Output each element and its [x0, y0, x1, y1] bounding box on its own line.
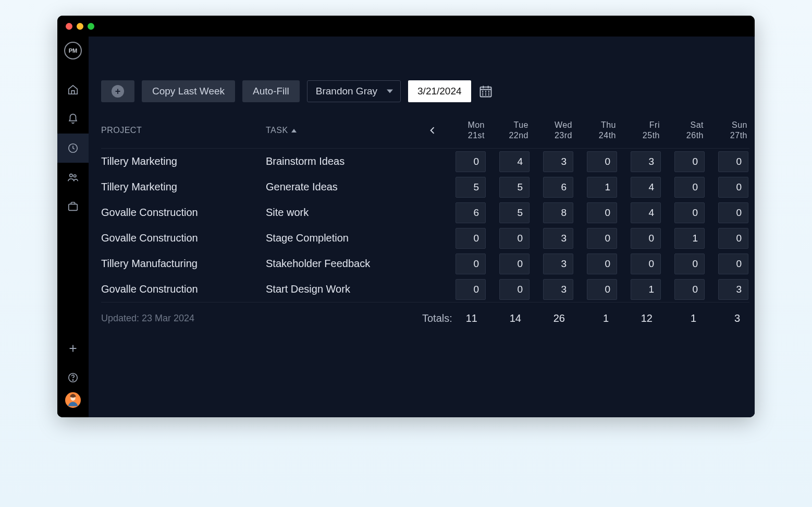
updated-timestamp: Updated: 23 Mar 2024: [101, 313, 266, 324]
day-header: Sat 26th: [662, 120, 706, 141]
hour-input[interactable]: [718, 279, 748, 300]
calendar-picker-button[interactable]: [478, 84, 493, 99]
avatar-icon: [66, 393, 80, 407]
cell-project: Tillery Marketing: [101, 155, 266, 167]
previous-week-button[interactable]: [422, 125, 443, 136]
timesheet-row: Govalle ConstructionStage Completion: [101, 225, 749, 251]
nav-add[interactable]: [57, 334, 89, 363]
hour-input[interactable]: [456, 279, 486, 300]
day-header: Mon 21st: [443, 120, 487, 141]
nav-team[interactable]: [57, 163, 89, 192]
day-header: Tue 22nd: [487, 120, 531, 141]
hour-input[interactable]: [631, 151, 661, 172]
hour-cell: [618, 254, 662, 274]
svg-rect-3: [69, 204, 78, 210]
hour-input[interactable]: [674, 228, 705, 249]
hour-input[interactable]: [456, 177, 486, 198]
hour-cell: [662, 228, 706, 249]
hour-input[interactable]: [499, 279, 530, 300]
hour-input[interactable]: [456, 254, 486, 274]
person-selected-value: Brandon Gray: [316, 86, 377, 97]
hour-cell: [662, 177, 706, 198]
hour-input[interactable]: [543, 177, 573, 198]
hour-cell: [487, 254, 531, 274]
hour-input[interactable]: [543, 228, 573, 249]
app-window: PM: [57, 16, 755, 417]
window-zoom-button[interactable]: [88, 23, 94, 30]
nav-help[interactable]: [57, 363, 89, 392]
plus-circle-icon: +: [112, 85, 124, 98]
window-close-button[interactable]: [66, 23, 72, 30]
column-project-header[interactable]: PROJECT: [101, 126, 266, 135]
totals-label: Totals:: [422, 312, 443, 324]
hour-input[interactable]: [456, 202, 486, 223]
timesheet-row: Govalle ConstructionSite work: [101, 200, 749, 225]
hour-input[interactable]: [587, 202, 617, 223]
hour-input[interactable]: [718, 202, 748, 223]
briefcase-icon: [67, 201, 79, 212]
hour-input[interactable]: [587, 177, 617, 198]
hour-cell: [662, 279, 706, 300]
person-select[interactable]: Brandon Gray: [307, 80, 401, 102]
hour-input[interactable]: [718, 151, 748, 172]
hour-input[interactable]: [631, 177, 661, 198]
hour-input[interactable]: [587, 151, 617, 172]
hour-input[interactable]: [499, 228, 530, 249]
nav-home[interactable]: [57, 75, 89, 104]
hour-cell: [531, 279, 574, 300]
hour-input[interactable]: [587, 279, 617, 300]
hour-input[interactable]: [543, 151, 573, 172]
hour-input[interactable]: [499, 177, 530, 198]
hour-cell: [662, 254, 706, 274]
hour-input[interactable]: [587, 254, 617, 274]
add-entry-button[interactable]: +: [101, 80, 134, 102]
hour-cell: [618, 177, 662, 198]
app-logo: PM: [64, 42, 82, 59]
column-task-header[interactable]: TASK: [266, 126, 422, 135]
hour-cell: [662, 151, 706, 172]
nav-projects[interactable]: [57, 192, 89, 221]
hour-input[interactable]: [499, 151, 530, 172]
nav-notifications[interactable]: [57, 104, 89, 134]
hour-input[interactable]: [587, 228, 617, 249]
total-cell: 11: [443, 312, 487, 324]
hour-input[interactable]: [631, 254, 661, 274]
hour-cell: [706, 151, 749, 172]
hour-input[interactable]: [718, 177, 748, 198]
hour-input[interactable]: [674, 202, 705, 223]
cell-project: Tillery Manufacturing: [101, 258, 266, 270]
total-cell: 12: [618, 312, 662, 324]
hour-input[interactable]: [674, 279, 705, 300]
user-avatar[interactable]: [65, 392, 81, 408]
auto-fill-button[interactable]: Auto-Fill: [242, 80, 300, 102]
hour-input[interactable]: [674, 177, 705, 198]
hour-input[interactable]: [674, 151, 705, 172]
hour-input[interactable]: [499, 254, 530, 274]
nav-timesheet[interactable]: [57, 134, 89, 163]
hour-input[interactable]: [631, 279, 661, 300]
hour-cell: [531, 228, 574, 249]
cell-task: Brainstorm Ideas: [266, 155, 422, 167]
hour-input[interactable]: [499, 202, 530, 223]
hour-input[interactable]: [543, 202, 573, 223]
hour-cell: [574, 202, 618, 223]
hour-cell: [618, 279, 662, 300]
home-icon: [67, 84, 79, 95]
window-minimize-button[interactable]: [77, 23, 83, 30]
plus-icon: [67, 343, 79, 354]
hour-cell: [574, 151, 618, 172]
cell-project: Govalle Construction: [101, 232, 266, 244]
hour-cell: [531, 254, 574, 274]
copy-last-week-button[interactable]: Copy Last Week: [142, 80, 235, 102]
hour-input[interactable]: [674, 254, 705, 274]
hour-input[interactable]: [631, 228, 661, 249]
column-task-header-label: TASK: [266, 126, 288, 135]
hour-input[interactable]: [543, 254, 573, 274]
hour-input[interactable]: [631, 202, 661, 223]
hour-input[interactable]: [456, 228, 486, 249]
date-input[interactable]: 3/21/2024: [408, 80, 471, 102]
hour-input[interactable]: [543, 279, 573, 300]
hour-input[interactable]: [718, 228, 748, 249]
hour-input[interactable]: [718, 254, 748, 274]
hour-input[interactable]: [456, 151, 486, 172]
